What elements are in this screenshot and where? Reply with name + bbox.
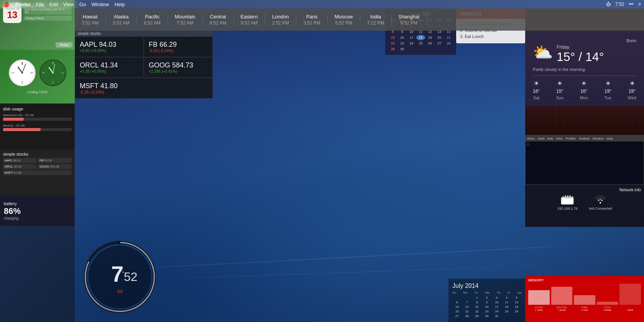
desktop-clock-large: 7 52 44 xyxy=(82,240,157,314)
forecast-tue: ☀ 19° Tue xyxy=(605,80,612,100)
stocks-small-grid: AAPL 90.91 FB 64.50 ORCL 40.82 GOOG 556.… xyxy=(3,158,72,169)
svg-rect-19 xyxy=(565,196,566,199)
svg-text:7: 7 xyxy=(111,261,123,286)
tz-mountain: Mountain 7:52 AM xyxy=(168,14,202,26)
widget-network: Network Info 192.168.1.79 Not xyxy=(525,185,644,227)
analog-clock-2 xyxy=(39,59,66,86)
menu-help[interactable]: Help xyxy=(115,2,125,7)
widget-stocks-small: simple stocks AAPL 90.91 FB 64.50 ORCL 4… xyxy=(0,150,75,196)
battery-menubar-icon: ⏻ xyxy=(606,2,611,7)
today-button[interactable]: Today xyxy=(56,42,72,48)
stock-goog: GOOG 584.73 +2.395 (+0.41%) xyxy=(144,57,213,78)
wifi-icon xyxy=(593,194,607,205)
menu-window[interactable]: Window xyxy=(91,2,109,7)
widget-weather: Bonn ⛅ Friday 15° / 14° Partly cloudy in… xyxy=(525,31,644,106)
tz-eastern: Eastern 9:52 AM xyxy=(234,14,265,26)
widget-battery: battery 86% charging xyxy=(0,196,75,226)
tz-alaska: Alaska 5:52 AM xyxy=(106,14,137,26)
left-sidebar: Today is 13 Today's News U.S. wary of pr… xyxy=(0,0,75,322)
tz-moscow: Moscow 5:52 PM xyxy=(328,14,360,26)
tz-london: London 2:52 PM xyxy=(265,14,296,26)
memory-bar-free xyxy=(574,295,595,305)
svg-rect-22 xyxy=(572,196,573,199)
terminal-body: $ _ xyxy=(526,141,644,184)
analog-clock-label: Analog Clock xyxy=(27,90,48,94)
tz-paris: Paris 3:52 PM xyxy=(296,14,328,26)
timezone-bar: Hawaii 3:52 AM Alaska 5:52 AM Pacific 6:… xyxy=(75,8,644,31)
today-word: Today's Word xyxy=(24,16,72,21)
forecast-sun: ☀ 15° Sun xyxy=(556,80,564,100)
network-title: Network Info xyxy=(528,188,641,192)
tz-india: India 7:22 PM xyxy=(360,14,392,26)
stock-fb: FB 66.29 -0.18 (-0.24%) xyxy=(144,36,213,57)
svg-rect-21 xyxy=(569,196,571,199)
widget-calendar-july: July 2014 SuMoTuWeThFrSa 1 2 3 4 5 6 7 8… xyxy=(449,279,525,322)
disk-drive-2: Backup - 25 GB xyxy=(3,124,72,131)
memory-bar-active xyxy=(528,290,550,305)
network-wifi: Not Connected xyxy=(589,194,612,210)
widget-memory: MEMORY ACTIVE INACTIVE FREE TOTAL 1.79GB… xyxy=(525,276,644,322)
memory-bar-inactive xyxy=(551,287,573,305)
widget-terminal: iTerm Shell Edit View Profiles Toolbelt … xyxy=(525,135,644,185)
widget-analog-clock: Analog Clock xyxy=(0,50,75,104)
memory-bars xyxy=(528,284,641,305)
clock-pair xyxy=(9,59,66,86)
stock-orcl: ORCL 41.34 +0.39 (+0.95%) xyxy=(75,57,144,78)
stocks-body: AAPL 94.03 +0.55 (+0.59%) FB 66.29 -0.18… xyxy=(75,36,213,99)
weather-forecast: ☀ 16° Sat ☀ 15° Sun ☀ 16° Mon ☀ 19° Tue … xyxy=(533,80,636,100)
stock-msft: MSFT 41.80 -0.18 (-0.34%) xyxy=(75,78,213,99)
weather-top: ⛅ Friday 15° / 14° xyxy=(533,44,636,64)
stock-aapl: AAPL 94.03 +0.55 (+0.59%) xyxy=(75,36,144,57)
menubar: 🍎 Finder File Edit View Go Window Help ⏻… xyxy=(0,0,644,8)
stock-goog-small: GOOG 556.36 xyxy=(38,164,72,169)
tz-shanghai: Shanghai 9:52 PM xyxy=(391,14,427,26)
stock-fb-small: FB 64.50 xyxy=(38,158,72,163)
tz-central: Central 8:52 AM xyxy=(203,14,234,26)
network-icons: 192.168.1.79 Not Connected xyxy=(528,194,641,210)
widget-disk-usage: disk usage Macintosh HD - 25 GB Backup -… xyxy=(0,104,75,150)
menubar-right: ⏻ 7:52 ••• ≡ xyxy=(606,2,641,7)
forecast-mon: ☀ 16° Mon xyxy=(580,80,588,100)
weather-main-icon: ⛅ xyxy=(533,44,553,61)
analog-clock-1 xyxy=(9,59,36,86)
menu-view[interactable]: View xyxy=(63,2,74,7)
menubar-dots: ••• xyxy=(629,2,634,7)
svg-point-30 xyxy=(122,271,124,273)
stock-orcl-small: ORCL 40.82 xyxy=(3,164,37,169)
widget-stocks-main: simple stocks AAPL 94.03 +0.55 (+0.59%) … xyxy=(75,31,213,99)
stock-msft-small: MSFT 41.68 xyxy=(3,170,72,175)
menubar-lines: ≡ xyxy=(638,2,641,7)
svg-rect-18 xyxy=(562,196,564,199)
weather-divider xyxy=(533,76,636,76)
july-title: July 2014 xyxy=(452,283,521,289)
svg-text:52: 52 xyxy=(124,270,138,284)
menu-finder[interactable]: Finder xyxy=(15,2,31,7)
svg-point-7 xyxy=(21,72,23,74)
large-clock-svg: 7 52 44 xyxy=(82,240,157,314)
terminal-menubar: iTerm Shell Edit View Profiles Toolbelt … xyxy=(526,135,644,141)
menubar-items: Finder File Edit View Go Window Help xyxy=(15,2,125,7)
forecast-wed: ☀ 19° Wed xyxy=(628,80,636,100)
memory-bar-other xyxy=(597,302,618,305)
menubar-time: 7:52 xyxy=(615,2,624,7)
menu-edit[interactable]: Edit xyxy=(49,2,58,7)
menu-file[interactable]: File xyxy=(36,2,44,7)
july-grid: 1 2 3 4 5 6 7 8 9 10 11 12 13 14 15 16 1… xyxy=(452,296,521,318)
july-headers: SuMoTuWeThFrSa xyxy=(452,291,521,294)
disk-drive-1: Macintosh HD - 25 GB xyxy=(3,113,72,121)
stock-aapl-small: AAPL 90.91 xyxy=(3,158,37,163)
todo-item-3: 3. Eat Lunch xyxy=(460,34,521,39)
memory-values-row: 1.79GB 7.92GB 4.1GB 254MB 16GB xyxy=(528,309,641,311)
tz-hawaii: Hawaii 3:52 AM xyxy=(75,14,106,26)
forecast-sat: ☀ 16° Sat xyxy=(533,80,540,100)
tz-pacific: Pacific 6:52 AM xyxy=(137,14,168,26)
svg-text:44: 44 xyxy=(117,288,123,294)
memory-bar-total xyxy=(619,284,641,305)
svg-point-23 xyxy=(600,202,601,204)
apple-menu-icon[interactable]: 🍎 xyxy=(3,2,9,7)
weather-info: Friday 15° / 14° xyxy=(557,44,604,64)
memory-labels-row: ACTIVE INACTIVE FREE TOTAL xyxy=(528,306,641,309)
svg-point-15 xyxy=(52,72,54,74)
menu-go[interactable]: Go xyxy=(79,2,86,7)
weather-description: Partly cloudy in the morning. xyxy=(533,67,636,72)
